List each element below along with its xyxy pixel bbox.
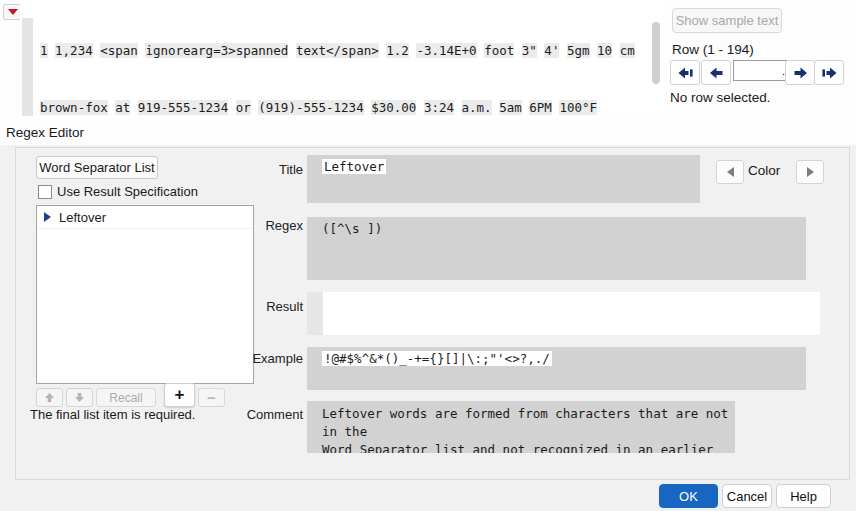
title-value: Leftover (322, 159, 386, 174)
cancel-button[interactable]: Cancel (722, 484, 772, 508)
example-field[interactable]: !@#$%^&*()_-+={}[]|\:;"'<>?,./ (307, 347, 806, 390)
sample-gutter-strip (22, 18, 33, 116)
regex-field[interactable]: ([^\s ]) (307, 217, 806, 280)
arrow-right-bar-icon (821, 67, 838, 79)
comment-line: Word Separator list and not recognized i… (322, 441, 735, 453)
result-field[interactable] (307, 292, 820, 335)
comment-line: Leftover words are formed from character… (322, 405, 735, 441)
arrow-left-icon (709, 67, 724, 79)
arrow-left-bar-icon (677, 67, 694, 79)
regex-value: ([^\s ]) (322, 221, 382, 236)
regex-editor-dialog: 1 1,234 <span ignorearg=3>spanned text</… (0, 0, 856, 511)
red-triangle-icon (8, 9, 18, 15)
recall-button[interactable]: Recall (96, 388, 156, 407)
move-up-button[interactable] (36, 388, 63, 407)
arrow-down-icon (74, 392, 85, 403)
arrow-up-icon (44, 392, 55, 403)
sample-scrollbar-thumb[interactable] (652, 22, 660, 84)
show-sample-text-button[interactable]: Show sample text (672, 8, 782, 33)
disclosure-triangle-icon (44, 212, 51, 222)
row-range-label: Row (1 - 194) (672, 42, 754, 57)
sample-line: brown-fox at 919-555-1234 or (919)-555-1… (40, 98, 650, 117)
use-result-specification-label: Use Result Specification (57, 184, 198, 199)
word-separator-list-button[interactable]: Word Separator List (36, 156, 158, 179)
color-label: Color (748, 163, 780, 178)
triangle-left-icon (727, 167, 734, 177)
sample-line: 1 1,234 <span ignorearg=3>spanned text</… (40, 41, 650, 60)
comment-field[interactable]: Leftover words are formed from character… (307, 401, 735, 453)
row-status-text: No row selected. (670, 90, 771, 105)
remove-regex-button[interactable]: − (198, 388, 225, 407)
first-row-button[interactable] (670, 60, 700, 85)
color-previous-button[interactable] (716, 160, 744, 184)
add-regex-button[interactable]: + (164, 383, 195, 407)
help-button[interactable]: Help (776, 484, 831, 508)
color-next-button[interactable] (796, 160, 824, 184)
ok-button[interactable]: OK (659, 484, 718, 508)
example-label: Example (200, 351, 303, 366)
regex-label: Regex (200, 218, 303, 233)
previous-row-button[interactable] (701, 60, 731, 85)
last-row-button[interactable] (814, 60, 844, 85)
move-down-button[interactable] (66, 388, 93, 407)
row-number-input[interactable] (733, 60, 789, 81)
example-value: !@#$%^&*()_-+={}[]|\:;"'<>?,./ (322, 351, 552, 366)
comment-label: Comment (200, 407, 303, 422)
result-field-gutter (307, 292, 323, 335)
list-item-label: Leftover (59, 210, 106, 225)
result-label: Result (200, 299, 303, 314)
title-field[interactable]: Leftover (307, 155, 700, 203)
required-note: The final list item is required. (30, 407, 195, 422)
use-result-specification-checkbox[interactable] (38, 185, 52, 199)
next-row-button[interactable] (785, 60, 815, 85)
triangle-right-icon (807, 167, 814, 177)
title-label: Title (200, 162, 303, 177)
section-title: Regex Editor (6, 125, 84, 140)
arrow-right-icon (793, 67, 808, 79)
